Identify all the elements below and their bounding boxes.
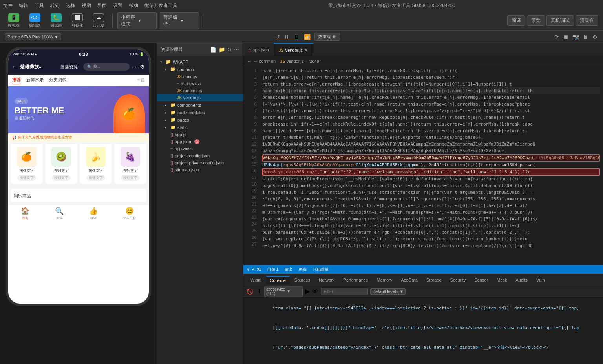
phone-nav-bar: 🏠 首页 🔍 查找 👍 好评 😊 个人中心 [8,204,149,222]
debug-tab-audits[interactable]: Audits [512,276,532,284]
mode-select[interactable]: 小程序模式 ▼ [117,12,157,29]
product-btn-2[interactable]: 按钮文字 [86,175,105,181]
back-icon[interactable]: ← [12,64,18,70]
editor-tab-app-json[interactable]: {} app.json [243,43,274,56]
tree-item-static[interactable]: ▸ 📁 static [157,124,243,131]
tab-all[interactable]: 全部 [137,78,145,83]
menu-goto[interactable]: 转到 [50,2,60,9]
new-folder-icon[interactable]: 📁 [219,47,225,53]
menu-tools[interactable]: 工具 [35,2,44,9]
product-btn-0[interactable]: 按钮文字 [17,175,36,181]
debug-tab-storage[interactable]: Storage [422,276,446,284]
debug-tab-performance[interactable]: Performance [340,276,372,284]
real-debug-btn[interactable]: 真机调试 [546,15,574,26]
tree-item-pages[interactable]: ▸ 📁 pages [157,116,243,124]
menu-view[interactable]: 视图 [82,2,91,9]
menu-devtools[interactable]: 微信开发者工具 [144,2,177,9]
new-file-icon[interactable]: 📄 [210,47,216,53]
app-js-icon: {} [170,132,173,137]
tree-item-app-js[interactable]: {} app.js [157,131,243,138]
debug-tab-vuln[interactable]: Vuln [532,276,549,284]
nav-profile[interactable]: 😊 个人中心 [123,207,136,220]
menu-select[interactable]: 选择 [66,2,75,9]
search-bar[interactable]: 🔍 搜... [83,63,130,71]
simulator-btn[interactable]: 📱 模拟器 [5,12,23,30]
menu-settings[interactable]: 设置 [113,2,122,9]
tab-close-icon[interactable]: ✕ [304,47,308,53]
tree-item-node-modules[interactable]: ▸ 📁 node-modules [157,109,243,116]
log-level-select[interactable]: Default levels ▼ [370,288,406,295]
nav-likes[interactable]: 👍 好评 [89,207,98,220]
tree-item-project-config[interactable]: {} project.config.json [157,152,243,159]
tree-item-vendor-js[interactable]: JS vendor.js [157,94,243,101]
product-btn-1[interactable]: 按钮文字 [52,175,71,181]
settings-icon[interactable]: ⚙ [592,33,598,41]
home-label: 首页 [22,216,28,220]
stop-icon[interactable]: ⏹ [562,33,569,41]
debug-tab-network[interactable]: Network [315,276,338,284]
back-btn-icon[interactable]: ← [247,59,252,64]
debugger-btn[interactable]: 🐛 调试器 [47,12,65,30]
pause-icon[interactable]: ⏸ [283,33,290,41]
debug-tab-mock[interactable]: Mock [493,276,511,284]
screenshot-icon[interactable]: 📷 [572,33,580,41]
wifi-icon[interactable]: 📶 [303,33,311,41]
menu-interface[interactable]: 界面 [97,2,107,9]
visualize-btn[interactable]: ⬜ 可视化 [68,12,86,30]
collapse-icon[interactable]: ⋯ [234,47,239,53]
debug-eye-icon[interactable]: 👁 [312,288,318,295]
product-btn-3[interactable]: 按钮文字 [121,175,140,181]
tree-item-components[interactable]: ▸ 📁 components [157,101,243,109]
forward-btn-icon[interactable]: → [253,59,258,64]
editor-btn[interactable]: </> 编辑器 [26,12,44,30]
tab-category[interactable]: 分类测试 [49,77,66,84]
rotate-icon[interactable]: ↺ [274,33,281,41]
compile-select[interactable]: 普通编译 ▼ [160,12,199,29]
menu-help[interactable]: 帮助 [129,2,138,9]
tree-item-sitemap[interactable]: {} sitemap.json [157,166,243,173]
menu-file[interactable]: 文件 [3,2,13,9]
debug-tab-appdata[interactable]: AppData [397,276,422,284]
debug-tab-wxml[interactable]: Wxml [247,276,265,284]
editor-icon: </> [29,13,40,22]
preview-btn[interactable]: 预览 [527,15,545,26]
debug-tab-security[interactable]: Security [446,276,470,284]
tree-item-app-json[interactable]: {} app.json 1 [157,138,243,145]
nav-home[interactable]: 🏠 首页 [21,207,29,220]
cloud-btn[interactable]: ☁ 云开发 [90,12,108,30]
debug-pause-icon[interactable]: ⏸ [256,288,262,295]
tree-item-app-wxss[interactable]: ~ app.wxss [157,145,243,152]
screen-icon[interactable]: 🖥 [582,33,589,41]
compile-btn[interactable]: 编译 [507,15,525,26]
phone-icon[interactable]: 📱 [292,33,301,41]
debug-tab-memory[interactable]: Memory [373,276,397,284]
tree-item-project-private[interactable]: {} project.private.config.json [157,159,243,166]
nav-find[interactable]: 🔍 查找 [55,207,64,220]
settings-icon-nav[interactable]: ⚙ [140,64,145,70]
debug-tab-sources[interactable]: Sources [291,276,314,284]
hotreload-btn[interactable]: 热重载 开 [314,33,340,41]
tab-fruits[interactable]: 新鲜水果 [26,77,44,84]
tree-item-main-js[interactable]: JS main.js [157,73,243,80]
refresh-icon[interactable]: ⟳ [554,33,560,41]
debug-play-icon[interactable]: ▶ [305,288,310,295]
filter-input[interactable] [321,288,368,295]
debug-tab-sensor[interactable]: Sensor [470,276,492,284]
clear-btn[interactable]: 清缓存 [576,15,598,26]
debug-tab-console[interactable]: Console [266,276,290,284]
simulator-label: 模拟器 [8,23,20,28]
menu-edit[interactable]: 编辑 [19,2,28,9]
tree-item-runtime-js[interactable]: JS runtime.js [157,87,243,94]
app-json-icon: {} [170,139,173,144]
tab-recommend[interactable]: 推荐 [12,77,21,84]
device-select[interactable]: Phone 6/7/8 Plus 100% ▼ [5,33,61,40]
tree-item-common[interactable]: ▾ 📂 common [157,66,243,73]
clear-console-icon[interactable]: 🚫 [247,288,253,295]
tree-item-main-wxss[interactable]: ~ main.wxss [157,80,243,87]
status-right: 100% 🔋 [129,52,144,56]
more-icon[interactable]: ··· [132,64,137,70]
refresh-files-icon[interactable]: ↻ [227,47,232,53]
editor-tab-vendor-js[interactable]: JS vendor.js ✕ [274,43,313,56]
promo-banner: 📢 由于天气原因,近期物流会推迟发货 [8,133,149,142]
appservice-select[interactable]: appservice (#11) ▼ [264,286,303,297]
